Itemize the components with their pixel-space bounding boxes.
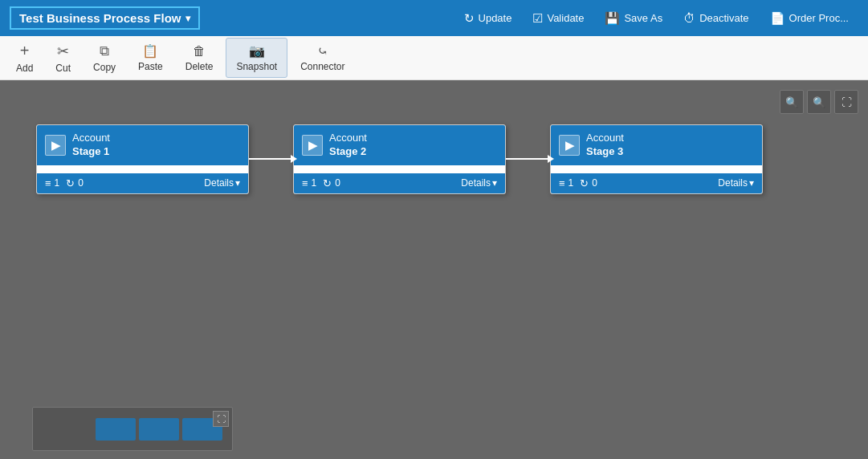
stage-3-title: Account Stage 3: [586, 132, 624, 159]
add-icon: +: [20, 42, 30, 60]
stage-card-3[interactable]: ▶ Account Stage 3 ≡ 1 ↻ 0 Details ▾: [550, 124, 763, 194]
snapshot-icon: 📷: [249, 43, 265, 59]
order-process-icon: 📄: [770, 11, 785, 26]
delete-button[interactable]: 🗑 Delete: [176, 38, 223, 78]
connector-icon: ⤿: [317, 43, 328, 59]
zoom-out-icon: 🔍: [813, 96, 825, 108]
delete-icon: 🗑: [193, 44, 206, 59]
stage-3-details-label: Details: [718, 177, 748, 189]
update-label: Update: [479, 12, 512, 24]
stage-2-entity: Account: [329, 132, 367, 145]
stage-card-2[interactable]: ▶ Account Stage 2 ≡ 1 ↻ 0 Details ▾: [293, 124, 506, 194]
validate-button[interactable]: ☑ Validate: [523, 6, 593, 30]
copy-button[interactable]: ⧉ Copy: [84, 38, 125, 78]
update-icon: ↻: [464, 11, 475, 26]
fit-view-button[interactable]: ⛶: [834, 90, 858, 114]
stage-3-icon: ▶: [559, 135, 580, 156]
title-text: Test Business Process Flow: [19, 11, 181, 25]
cut-label: Cut: [55, 63, 71, 74]
stage-2-details-label: Details: [461, 177, 491, 189]
stage-1-body: [37, 165, 248, 173]
stage-2-footer: ≡ 1 ↻ 0 Details ▾: [294, 173, 505, 193]
validate-label: Validate: [547, 12, 584, 24]
stage-1-name: Stage 1: [72, 145, 110, 159]
zoom-controls: 🔍 🔍 ⛶: [780, 90, 858, 114]
order-process-button[interactable]: 📄 Order Proc...: [760, 6, 858, 30]
stage-2-body: [294, 165, 505, 173]
add-label: Add: [16, 63, 33, 74]
stage-card-1[interactable]: ▶ Account Stage 1 ≡ 1 ↻ 0 Details ▾: [36, 124, 249, 194]
stage-3-body: [551, 165, 762, 173]
stage-2-loops: ↻ 0: [323, 177, 340, 189]
stage-2-title: Account Stage 2: [329, 132, 367, 159]
stage-1-steps: ≡ 1: [45, 177, 59, 189]
stage-3-details-button[interactable]: Details ▾: [718, 177, 754, 189]
loops-icon-1: ↻: [66, 177, 75, 189]
zoom-in-button[interactable]: 🔍: [780, 90, 804, 114]
stage-2-steps-count: 1: [312, 177, 317, 189]
minimap-stage-2: [139, 418, 179, 441]
stage-1-loops-count: 0: [78, 177, 84, 189]
paste-label: Paste: [138, 61, 163, 72]
stage-2-name: Stage 2: [329, 145, 367, 159]
save-as-icon: 💾: [605, 11, 620, 26]
paste-button[interactable]: 📋 Paste: [128, 38, 173, 78]
minimap-stages: [89, 412, 229, 447]
deactivate-icon: ⏱: [683, 11, 695, 25]
steps-icon-2: ≡: [302, 177, 308, 189]
stage-3-name: Stage 3: [586, 145, 624, 159]
stage-1-loops: ↻ 0: [66, 177, 84, 189]
stage-1-details-button[interactable]: Details ▾: [204, 177, 240, 189]
stage-3-steps-count: 1: [568, 177, 574, 189]
steps-icon-1: ≡: [45, 177, 51, 189]
stage-3-header: ▶ Account Stage 3: [551, 125, 762, 165]
stage-1-entity: Account: [72, 132, 110, 145]
copy-label: Copy: [93, 62, 116, 73]
steps-icon-3: ≡: [559, 177, 565, 189]
stage-3-loops: ↻ 0: [580, 177, 597, 189]
stages-container: ▶ Account Stage 1 ≡ 1 ↻ 0 Details ▾: [36, 124, 763, 194]
stage-3-steps: ≡ 1: [559, 177, 573, 189]
stage-2-icon: ▶: [302, 135, 323, 156]
add-button[interactable]: + Add: [6, 38, 43, 78]
topbar: Test Business Process Flow ▾ ↻ Update ☑ …: [0, 0, 868, 36]
minimap-stage-1: [96, 418, 136, 441]
connector-label: Connector: [300, 61, 344, 72]
minimap[interactable]: ⛶: [32, 407, 233, 451]
stage-3-footer: ≡ 1 ↻ 0 Details ▾: [551, 173, 762, 193]
stage-2-steps: ≡ 1: [302, 177, 316, 189]
stage-1-header: ▶ Account Stage 1: [37, 125, 248, 165]
stage-1-icon: ▶: [45, 135, 66, 156]
minimap-expand-icon[interactable]: ⛶: [213, 411, 229, 427]
snapshot-label: Snapshot: [236, 61, 277, 72]
save-as-button[interactable]: 💾 Save As: [595, 6, 672, 30]
order-process-label: Order Proc...: [789, 12, 849, 24]
stage-1-steps-count: 1: [55, 177, 60, 189]
zoom-out-button[interactable]: 🔍: [807, 90, 831, 114]
validate-icon: ☑: [532, 11, 543, 26]
update-button[interactable]: ↻ Update: [454, 6, 522, 30]
zoom-in-icon: 🔍: [785, 96, 798, 108]
cut-icon: ✂: [57, 43, 69, 60]
stage-2-header: ▶ Account Stage 2: [294, 125, 505, 165]
deactivate-button[interactable]: ⏱ Deactivate: [674, 6, 758, 30]
snapshot-button[interactable]: 📷 Snapshot: [226, 38, 287, 78]
connector-1-2: [249, 158, 293, 160]
toolbar: + Add ✂ Cut ⧉ Copy 📋 Paste 🗑 Delete 📷 Sn…: [0, 36, 868, 80]
paste-icon: 📋: [142, 43, 158, 59]
stage-1-footer: ≡ 1 ↻ 0 Details ▾: [37, 173, 248, 193]
loops-icon-2: ↻: [323, 177, 332, 189]
connector-button[interactable]: ⤿ Connector: [291, 38, 354, 78]
topbar-actions: ↻ Update ☑ Validate 💾 Save As ⏱ Deactiva…: [454, 6, 858, 30]
connector-2-3: [506, 158, 550, 160]
stage-1-details-label: Details: [204, 177, 234, 189]
stage-1-details-icon: ▾: [235, 177, 240, 189]
stage-2-loops-count: 0: [335, 177, 340, 189]
cut-button[interactable]: ✂ Cut: [46, 38, 80, 78]
canvas[interactable]: 🔍 🔍 ⛶ ▶ Account Stage 1 ≡ 1: [0, 80, 868, 459]
stage-2-details-button[interactable]: Details ▾: [461, 177, 497, 189]
loops-icon-3: ↻: [580, 177, 589, 189]
title-chevron: ▾: [185, 13, 190, 24]
deactivate-label: Deactivate: [699, 12, 748, 24]
process-title[interactable]: Test Business Process Flow ▾: [10, 6, 200, 30]
